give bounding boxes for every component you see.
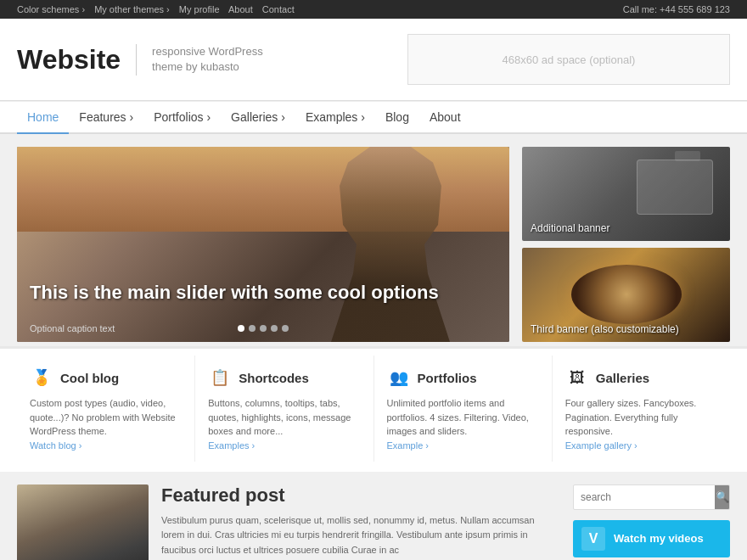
search-button[interactable]: 🔍: [715, 485, 729, 509]
nav-item-blog[interactable]: Blog: [375, 102, 419, 132]
banner-additional[interactable]: Additional banner: [522, 147, 730, 241]
features-section: 🏅 Cool blog Custom post types (audio, vi…: [0, 346, 747, 472]
post-thumb-image: [17, 484, 149, 561]
portfolios-icon: 👥: [387, 366, 411, 389]
slider-dot-3[interactable]: [260, 325, 267, 332]
social-widgets: V Watch my videos f Like me: [573, 520, 730, 561]
slider-dots: [238, 325, 289, 332]
slider-heading: This is the main slider with some cool o…: [30, 282, 439, 304]
slider-dot-4[interactable]: [271, 325, 278, 332]
slider-dot-2[interactable]: [249, 325, 256, 332]
cool-blog-text: Custom post types (audio, video, quote..…: [30, 396, 182, 439]
feature-galleries: 🖼 Galleries Four gallery sizes. Fancybox…: [553, 356, 730, 462]
slider-dot-1[interactable]: [238, 325, 244, 332]
galleries-icon: 🖼: [565, 366, 589, 389]
topbar-link-my-profile[interactable]: My profile: [179, 4, 220, 14]
sidebar: 🔍 V Watch my videos f Like me: [573, 484, 730, 561]
cool-blog-icon: 🏅: [30, 366, 53, 389]
hero-section: This is the main slider with some cool o…: [0, 134, 747, 346]
post-thumbnail: [17, 484, 149, 561]
feature-shortcodes-title: 📋 Shortcodes: [208, 366, 360, 389]
slider-background: [17, 147, 509, 342]
banner-2-label: Third banner (also customizable): [531, 323, 679, 335]
galleries-text: Four gallery sizes. Fancyboxes. Paginati…: [565, 396, 717, 439]
nav-item-galleries[interactable]: Galleries ›: [221, 102, 295, 132]
topbar: Color schemes › My other themes › My pro…: [0, 0, 747, 19]
features-row: 🏅 Cool blog Custom post types (audio, vi…: [17, 356, 730, 462]
search-box: 🔍: [573, 484, 730, 510]
nav-item-home[interactable]: Home: [17, 102, 69, 134]
ad-space: 468x60 ad space (optional): [407, 34, 730, 85]
nav-item-features[interactable]: Features ›: [69, 102, 143, 132]
shortcodes-text: Buttons, columns, tooltips, tabs, quotes…: [208, 396, 360, 439]
vimeo-icon: V: [581, 527, 605, 551]
slider-caption: Optional caption text: [30, 323, 115, 333]
post-title: Featured post: [161, 484, 556, 507]
portfolios-heading: Portfolios: [418, 371, 477, 385]
banner-1-label: Additional banner: [531, 222, 609, 234]
camera-top: [675, 151, 700, 161]
camera-body: [637, 160, 713, 215]
topbar-phone: Call me: +44 555 689 123: [623, 4, 730, 14]
topbar-link-about[interactable]: About: [228, 4, 253, 14]
portfolios-link[interactable]: Example ›: [387, 440, 430, 451]
nav-item-about[interactable]: About: [419, 102, 471, 132]
cool-blog-heading: Cool blog: [60, 371, 119, 385]
portfolios-text: Unlimited portfolio items and portfolios…: [387, 396, 539, 439]
topbar-link-other-themes[interactable]: My other themes ›: [94, 4, 170, 14]
header: Website responsive WordPress theme by ku…: [0, 19, 747, 101]
main-nav: Home Features › Portfolios › Galleries ›…: [0, 101, 747, 134]
search-input[interactable]: [574, 486, 715, 508]
topbar-links: Color schemes › My other themes › My pro…: [17, 4, 301, 14]
banner-area: Additional banner Third banner (also cus…: [522, 147, 730, 342]
nav-item-portfolios[interactable]: Portfolios ›: [143, 102, 221, 132]
topbar-link-contact[interactable]: Contact: [262, 4, 295, 14]
vimeo-label: Watch my videos: [614, 532, 704, 545]
feature-shortcodes: 📋 Shortcodes Buttons, columns, tooltips,…: [195, 356, 374, 462]
logo-subtitle: responsive WordPress theme by kubasto: [152, 44, 263, 75]
nav-item-examples[interactable]: Examples ›: [295, 102, 375, 132]
slider-text: This is the main slider with some cool o…: [30, 282, 439, 308]
cool-blog-link[interactable]: Watch blog ›: [30, 440, 81, 451]
feature-portfolios-title: 👥 Portfolios: [387, 366, 539, 389]
slider-dot-5[interactable]: [282, 325, 289, 332]
logo-area: Website responsive WordPress theme by ku…: [17, 44, 263, 76]
banner-eye: [571, 265, 682, 324]
slider-area: This is the main slider with some cool o…: [17, 147, 509, 342]
feature-cool-blog-title: 🏅 Cool blog: [30, 366, 182, 389]
featured-post-area: Featured post Vestibulum purus quam, sce…: [17, 484, 556, 561]
feature-portfolios: 👥 Portfolios Unlimited portfolio items a…: [374, 356, 553, 462]
shortcodes-link[interactable]: Examples ›: [208, 440, 255, 451]
search-icon: 🔍: [716, 490, 729, 503]
feature-cool-blog: 🏅 Cool blog Custom post types (audio, vi…: [17, 356, 195, 462]
banner-third[interactable]: Third banner (also customizable): [522, 248, 730, 342]
galleries-link[interactable]: Example gallery ›: [565, 440, 637, 451]
shortcodes-heading: Shortcodes: [239, 371, 309, 385]
galleries-heading: Galleries: [596, 371, 649, 385]
bottom-section: Featured post Vestibulum purus quam, sce…: [0, 472, 747, 561]
logo-title[interactable]: Website: [17, 44, 137, 76]
feature-galleries-title: 🖼 Galleries: [565, 366, 717, 389]
vimeo-widget[interactable]: V Watch my videos: [573, 520, 730, 557]
main-slider[interactable]: This is the main slider with some cool o…: [17, 147, 509, 342]
post-content: Featured post Vestibulum purus quam, sce…: [161, 484, 556, 561]
post-body: Vestibulum purus quam, scelerisque ut, m…: [161, 513, 556, 558]
topbar-link-color-schemes[interactable]: Color schemes ›: [17, 4, 85, 14]
shortcodes-icon: 📋: [208, 366, 232, 389]
